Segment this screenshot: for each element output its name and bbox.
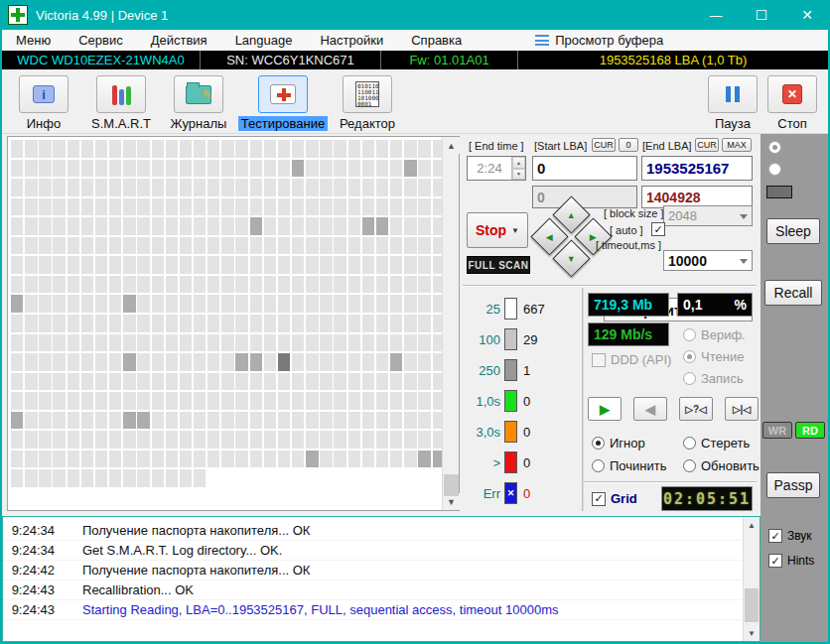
scan-block — [320, 160, 332, 178]
scan-block — [376, 451, 388, 468]
timeout-select[interactable]: 10000 — [663, 250, 753, 271]
action-radio-0[interactable]: Игнор — [592, 436, 645, 451]
scan-block — [208, 295, 219, 313]
scan-stop-button[interactable]: Stop▼ — [467, 212, 528, 248]
play-button[interactable]: ▶ — [588, 397, 622, 421]
scan-block — [348, 217, 360, 235]
device-serial: SN: WCC6Y1KNC671 — [201, 51, 381, 69]
scan-block — [418, 217, 430, 235]
stop-toolbar-button[interactable]: ✕ Стоп — [755, 75, 830, 131]
sound-checkbox[interactable]: ✓ — [768, 529, 782, 543]
tab-journals[interactable]: Журналы — [161, 75, 236, 131]
maximize-button[interactable]: ☐ — [739, 0, 784, 30]
passp-button[interactable]: Passp — [766, 472, 820, 498]
full-scan-button[interactable]: FULL SCAN — [467, 256, 530, 274]
folder-pencil-icon — [186, 85, 211, 104]
scan-block — [376, 179, 388, 196]
scan-block — [81, 179, 93, 196]
scan-block — [81, 334, 93, 352]
hints-checkbox[interactable]: ✓ — [768, 554, 782, 568]
close-button[interactable]: ✕ — [784, 0, 830, 30]
grid-scrollbar[interactable]: ▲ ▼ — [442, 137, 459, 510]
menu-item-2[interactable]: Действия — [137, 30, 221, 51]
scan-block — [320, 334, 332, 352]
latency-count: 29 — [523, 332, 537, 347]
hints-checkbox-row[interactable]: ✓ Hints — [768, 554, 814, 568]
scan-block — [348, 295, 360, 313]
scan-block — [166, 256, 178, 274]
minimize-button[interactable]: — — [693, 0, 739, 30]
scan-block — [39, 276, 51, 294]
start-lba-zero-button[interactable]: 0 — [619, 138, 638, 152]
menu-item-0[interactable]: Меню — [2, 30, 65, 51]
log-scroll-thumb[interactable] — [745, 588, 759, 622]
grid-scroll-thumb[interactable] — [444, 474, 459, 496]
scan-block — [404, 334, 416, 352]
action-radio-1[interactable]: Стереть — [683, 436, 750, 451]
scan-block — [278, 412, 290, 430]
menu-item-1[interactable]: Сервис — [65, 30, 137, 51]
radio-icon[interactable] — [592, 437, 605, 450]
grid-checkbox-row[interactable]: ✓ Grid — [592, 491, 637, 506]
scroll-down-icon[interactable]: ▼ — [744, 625, 760, 641]
scan-block — [166, 276, 178, 294]
scan-block — [39, 256, 51, 274]
tab-smart[interactable]: S.M.A.R.T — [83, 75, 159, 131]
scroll-up-icon[interactable]: ▲ — [744, 517, 760, 533]
device-capacity: 1953525168 LBA (1,0 Tb) — [518, 51, 828, 69]
scan-block — [81, 160, 93, 178]
buffer-view-button[interactable]: Просмотр буфера — [535, 33, 663, 48]
scan-block — [390, 315, 402, 332]
scan-block — [390, 295, 402, 313]
sleep-button[interactable]: Sleep — [766, 218, 820, 244]
recall-button[interactable]: Recall — [764, 280, 822, 306]
action-radio-3[interactable]: Обновить — [683, 458, 760, 473]
tab-editor[interactable]: 010110 110011 101000 0001 Редактор — [330, 75, 405, 131]
scan-block — [180, 373, 192, 391]
radio-icon[interactable] — [683, 437, 696, 450]
grid-checkbox[interactable]: ✓ — [592, 492, 606, 506]
auto-checkbox[interactable]: ✓ — [651, 222, 665, 236]
action-radio-label: Починить — [610, 458, 667, 473]
spin-up-icon[interactable]: ▲ — [512, 157, 525, 169]
sound-checkbox-row[interactable]: ✓ Звук — [768, 529, 812, 543]
scan-block — [404, 160, 416, 178]
scan-block — [334, 431, 346, 449]
log-scrollbar[interactable]: ▲ ▼ — [743, 517, 760, 641]
scan-block — [81, 256, 93, 274]
action-radio-2[interactable]: Починить — [592, 458, 667, 473]
scan-block — [53, 140, 65, 158]
scroll-up-icon[interactable]: ▲ — [443, 137, 460, 154]
end-lba-cur-button[interactable]: CUR — [695, 138, 719, 152]
end-time-spinner[interactable]: 2:24 ▲▼ — [467, 156, 526, 181]
scan-block — [264, 412, 276, 430]
menu-item-3[interactable]: Language — [221, 30, 307, 51]
scan-block — [278, 451, 290, 468]
scan-block — [348, 412, 360, 430]
menu-item-5[interactable]: Справка — [397, 30, 476, 51]
radio-icon[interactable] — [683, 459, 696, 472]
scan-block — [109, 353, 121, 371]
tab-testing[interactable]: Тестирование — [245, 75, 321, 131]
scan-block — [194, 392, 206, 410]
seek-end-button[interactable]: ▷|◁ — [725, 397, 759, 421]
radio-icon[interactable] — [592, 459, 605, 472]
menu-item-4[interactable]: Настройки — [306, 30, 397, 51]
start-lba-cur-button[interactable]: CUR — [592, 138, 616, 152]
scan-block — [221, 256, 233, 274]
scan-block — [390, 217, 402, 235]
spin-down-icon[interactable]: ▼ — [512, 169, 525, 181]
scan-block — [152, 237, 164, 255]
scan-block — [39, 451, 51, 468]
scan-block — [208, 256, 219, 274]
scan-block — [292, 353, 304, 371]
seek-question-button[interactable]: ▷?◁ — [679, 397, 713, 421]
end-lba-input[interactable]: 1953525167 — [641, 156, 753, 181]
tab-info[interactable]: i Инфо — [6, 75, 81, 131]
scan-block — [390, 198, 402, 216]
back-button[interactable]: ◀ — [633, 397, 667, 421]
end-lba-max-button[interactable]: MAX — [722, 138, 752, 152]
scan-block — [25, 198, 37, 216]
start-lba-input[interactable]: 0 — [532, 156, 637, 181]
scan-block — [11, 412, 23, 430]
